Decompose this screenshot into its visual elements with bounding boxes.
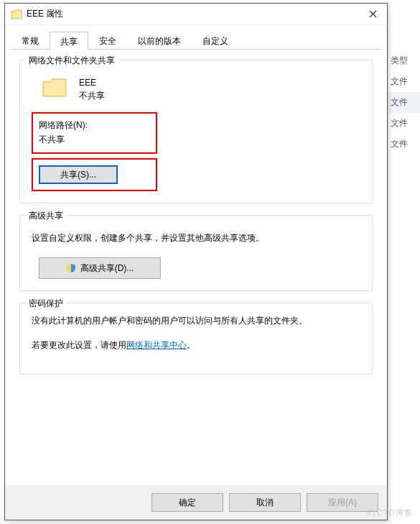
tab-sharing[interactable]: 共享: [50, 32, 88, 50]
ok-button-label: 确定: [179, 497, 196, 509]
password-line2-prefix: 若要更改此设置，请使用: [32, 340, 126, 350]
close-icon: [369, 10, 377, 18]
tab-row: 常规 共享 安全 以前的版本 自定义: [11, 31, 381, 50]
folder-name: EEE: [79, 76, 105, 89]
network-path-label: 网络路径(N):: [39, 118, 150, 132]
bg-row: 文件: [388, 134, 420, 155]
background-explorer: 类型 文件 文件 文件 文件: [388, 50, 420, 194]
dialog-button-bar: 确定 取消 应用(A): [5, 485, 387, 520]
advanced-share-button[interactable]: 高级共享(D)...: [39, 257, 161, 279]
group-network-sharing: 网络文件和文件夹共享 EEE 不共享 网络路径(N): 不共享 共享(S)...: [19, 60, 373, 203]
ok-button[interactable]: 确定: [151, 493, 223, 512]
tab-custom[interactable]: 自定义: [192, 31, 239, 49]
share-button[interactable]: 共享(S)...: [39, 165, 118, 184]
group-label: 网络文件和文件夹共享: [26, 55, 118, 67]
bg-row: 文件: [388, 92, 420, 113]
password-line1: 没有此计算机的用户帐户和密码的用户可以访问与所有人共享的文件夹。: [32, 313, 360, 328]
password-line2: 若要更改此设置，请使用网络和共享中心。: [32, 338, 360, 352]
folder-info-row: EEE 不共享: [42, 76, 360, 102]
network-path-block: 网络路径(N): 不共享: [39, 118, 150, 147]
shield-icon: [66, 263, 76, 273]
tab-previous-versions[interactable]: 以前的版本: [127, 31, 192, 49]
network-path-value: 不共享: [39, 132, 150, 147]
cancel-button-label: 取消: [256, 497, 274, 509]
tab-general[interactable]: 常规: [11, 31, 50, 49]
share-button-label: 共享(S)...: [60, 169, 96, 181]
close-button[interactable]: [358, 4, 387, 25]
highlight-network-path: 网络路径(N): 不共享: [32, 112, 157, 154]
group-label: 高级共享: [26, 210, 66, 222]
folder-icon: [42, 76, 67, 98]
highlight-share-button: 共享(S)...: [32, 158, 157, 191]
tab-security[interactable]: 安全: [88, 31, 127, 49]
group-password-protection: 密码保护 没有此计算机的用户帐户和密码的用户可以访问与所有人共享的文件夹。 若要…: [19, 303, 373, 374]
folder-text: EEE 不共享: [79, 76, 105, 102]
apply-button-label: 应用(A): [328, 497, 357, 509]
tab-content-sharing: 网络文件和文件夹共享 EEE 不共享 网络路径(N): 不共享 共享(S)...: [5, 50, 387, 393]
network-sharing-center-link[interactable]: 网络和共享中心: [126, 340, 187, 350]
dialog-title: EEE 属性: [27, 8, 358, 20]
bg-row: 文件: [388, 113, 420, 134]
bg-row: 文件: [388, 71, 420, 92]
watermark: 51CTO博客: [367, 507, 413, 518]
advanced-share-button-label: 高级共享(D)...: [80, 262, 134, 275]
cancel-button[interactable]: 取消: [229, 493, 301, 512]
group-advanced-sharing: 高级共享 设置自定义权限，创建多个共享，并设置其他高级共享选项。 高级共享(D)…: [19, 215, 373, 291]
password-line2-suffix: 。: [187, 340, 195, 350]
properties-dialog: EEE 属性 常规 共享 安全 以前的版本 自定义 网络文件和文件夹共享 EEE…: [4, 3, 388, 520]
titlebar: EEE 属性: [5, 4, 387, 25]
advanced-description: 设置自定义权限，创建多个共享，并设置其他高级共享选项。: [32, 231, 360, 244]
folder-icon: [11, 9, 22, 19]
group-label: 密码保护: [26, 298, 66, 310]
column-header-type: 类型: [388, 50, 420, 71]
share-status: 不共享: [79, 89, 105, 102]
